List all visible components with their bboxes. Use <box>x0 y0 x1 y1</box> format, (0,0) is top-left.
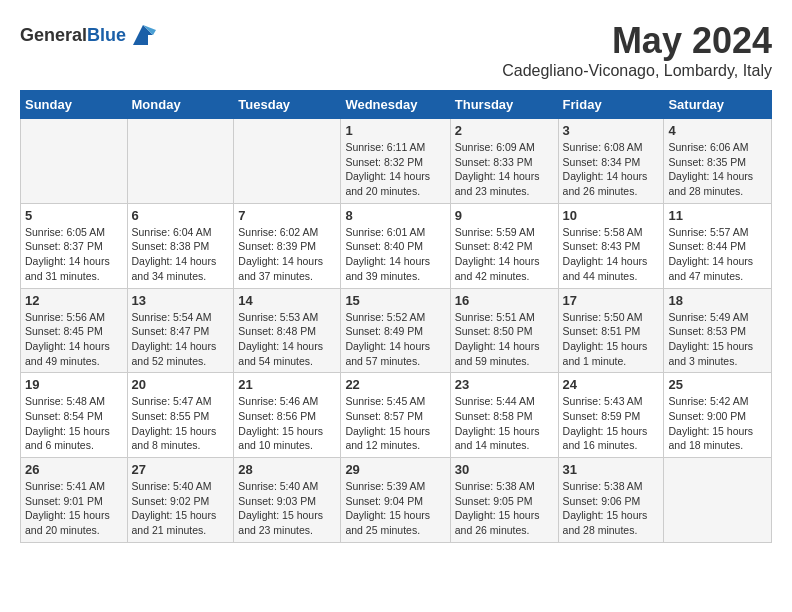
weekday-header-monday: Monday <box>127 91 234 119</box>
calendar-week-row: 5Sunrise: 6:05 AMSunset: 8:37 PMDaylight… <box>21 203 772 288</box>
day-info: Sunrise: 6:11 AMSunset: 8:32 PMDaylight:… <box>345 140 445 199</box>
day-number: 6 <box>132 208 230 223</box>
calendar-cell <box>127 119 234 204</box>
weekday-header-saturday: Saturday <box>664 91 772 119</box>
day-number: 14 <box>238 293 336 308</box>
day-number: 18 <box>668 293 767 308</box>
day-number: 7 <box>238 208 336 223</box>
calendar-cell: 30Sunrise: 5:38 AMSunset: 9:05 PMDayligh… <box>450 458 558 543</box>
calendar-cell <box>664 458 772 543</box>
day-number: 29 <box>345 462 445 477</box>
day-info: Sunrise: 5:50 AMSunset: 8:51 PMDaylight:… <box>563 310 660 369</box>
calendar-cell: 5Sunrise: 6:05 AMSunset: 8:37 PMDaylight… <box>21 203 128 288</box>
calendar-cell: 31Sunrise: 5:38 AMSunset: 9:06 PMDayligh… <box>558 458 664 543</box>
logo-icon <box>128 20 158 50</box>
day-info: Sunrise: 6:08 AMSunset: 8:34 PMDaylight:… <box>563 140 660 199</box>
calendar-cell: 21Sunrise: 5:46 AMSunset: 8:56 PMDayligh… <box>234 373 341 458</box>
day-info: Sunrise: 6:04 AMSunset: 8:38 PMDaylight:… <box>132 225 230 284</box>
calendar-cell: 13Sunrise: 5:54 AMSunset: 8:47 PMDayligh… <box>127 288 234 373</box>
day-number: 20 <box>132 377 230 392</box>
calendar-cell: 2Sunrise: 6:09 AMSunset: 8:33 PMDaylight… <box>450 119 558 204</box>
day-info: Sunrise: 5:40 AMSunset: 9:03 PMDaylight:… <box>238 479 336 538</box>
day-number: 16 <box>455 293 554 308</box>
day-info: Sunrise: 5:48 AMSunset: 8:54 PMDaylight:… <box>25 394 123 453</box>
calendar-cell <box>234 119 341 204</box>
day-number: 2 <box>455 123 554 138</box>
calendar-cell: 15Sunrise: 5:52 AMSunset: 8:49 PMDayligh… <box>341 288 450 373</box>
day-info: Sunrise: 5:38 AMSunset: 9:06 PMDaylight:… <box>563 479 660 538</box>
day-number: 3 <box>563 123 660 138</box>
day-info: Sunrise: 5:41 AMSunset: 9:01 PMDaylight:… <box>25 479 123 538</box>
calendar-cell: 1Sunrise: 6:11 AMSunset: 8:32 PMDaylight… <box>341 119 450 204</box>
calendar-cell: 8Sunrise: 6:01 AMSunset: 8:40 PMDaylight… <box>341 203 450 288</box>
day-info: Sunrise: 5:44 AMSunset: 8:58 PMDaylight:… <box>455 394 554 453</box>
day-info: Sunrise: 5:54 AMSunset: 8:47 PMDaylight:… <box>132 310 230 369</box>
page-header: GeneralBlue May 2024 Cadegliano-Viconago… <box>20 20 772 80</box>
day-number: 24 <box>563 377 660 392</box>
day-info: Sunrise: 5:42 AMSunset: 9:00 PMDaylight:… <box>668 394 767 453</box>
title-block: May 2024 Cadegliano-Viconago, Lombardy, … <box>502 20 772 80</box>
calendar-week-row: 26Sunrise: 5:41 AMSunset: 9:01 PMDayligh… <box>21 458 772 543</box>
day-number: 31 <box>563 462 660 477</box>
day-info: Sunrise: 5:46 AMSunset: 8:56 PMDaylight:… <box>238 394 336 453</box>
calendar-table: SundayMondayTuesdayWednesdayThursdayFrid… <box>20 90 772 543</box>
day-number: 1 <box>345 123 445 138</box>
day-number: 4 <box>668 123 767 138</box>
weekday-header-thursday: Thursday <box>450 91 558 119</box>
day-info: Sunrise: 5:40 AMSunset: 9:02 PMDaylight:… <box>132 479 230 538</box>
day-info: Sunrise: 5:52 AMSunset: 8:49 PMDaylight:… <box>345 310 445 369</box>
calendar-cell: 14Sunrise: 5:53 AMSunset: 8:48 PMDayligh… <box>234 288 341 373</box>
day-number: 13 <box>132 293 230 308</box>
day-info: Sunrise: 6:02 AMSunset: 8:39 PMDaylight:… <box>238 225 336 284</box>
weekday-header-sunday: Sunday <box>21 91 128 119</box>
calendar-cell: 17Sunrise: 5:50 AMSunset: 8:51 PMDayligh… <box>558 288 664 373</box>
day-number: 26 <box>25 462 123 477</box>
calendar-cell: 23Sunrise: 5:44 AMSunset: 8:58 PMDayligh… <box>450 373 558 458</box>
month-title: May 2024 <box>502 20 772 62</box>
calendar-cell: 29Sunrise: 5:39 AMSunset: 9:04 PMDayligh… <box>341 458 450 543</box>
day-number: 10 <box>563 208 660 223</box>
day-info: Sunrise: 5:51 AMSunset: 8:50 PMDaylight:… <box>455 310 554 369</box>
day-number: 30 <box>455 462 554 477</box>
day-number: 8 <box>345 208 445 223</box>
calendar-cell: 9Sunrise: 5:59 AMSunset: 8:42 PMDaylight… <box>450 203 558 288</box>
calendar-cell: 7Sunrise: 6:02 AMSunset: 8:39 PMDaylight… <box>234 203 341 288</box>
calendar-cell: 22Sunrise: 5:45 AMSunset: 8:57 PMDayligh… <box>341 373 450 458</box>
location-title: Cadegliano-Viconago, Lombardy, Italy <box>502 62 772 80</box>
weekday-header-wednesday: Wednesday <box>341 91 450 119</box>
day-info: Sunrise: 5:57 AMSunset: 8:44 PMDaylight:… <box>668 225 767 284</box>
day-number: 27 <box>132 462 230 477</box>
day-info: Sunrise: 6:06 AMSunset: 8:35 PMDaylight:… <box>668 140 767 199</box>
day-info: Sunrise: 5:59 AMSunset: 8:42 PMDaylight:… <box>455 225 554 284</box>
calendar-week-row: 1Sunrise: 6:11 AMSunset: 8:32 PMDaylight… <box>21 119 772 204</box>
day-info: Sunrise: 5:47 AMSunset: 8:55 PMDaylight:… <box>132 394 230 453</box>
calendar-week-row: 19Sunrise: 5:48 AMSunset: 8:54 PMDayligh… <box>21 373 772 458</box>
day-number: 5 <box>25 208 123 223</box>
day-info: Sunrise: 5:58 AMSunset: 8:43 PMDaylight:… <box>563 225 660 284</box>
day-info: Sunrise: 6:05 AMSunset: 8:37 PMDaylight:… <box>25 225 123 284</box>
calendar-cell: 20Sunrise: 5:47 AMSunset: 8:55 PMDayligh… <box>127 373 234 458</box>
calendar-cell: 18Sunrise: 5:49 AMSunset: 8:53 PMDayligh… <box>664 288 772 373</box>
weekday-header-tuesday: Tuesday <box>234 91 341 119</box>
calendar-cell: 27Sunrise: 5:40 AMSunset: 9:02 PMDayligh… <box>127 458 234 543</box>
calendar-cell: 28Sunrise: 5:40 AMSunset: 9:03 PMDayligh… <box>234 458 341 543</box>
day-number: 12 <box>25 293 123 308</box>
logo-blue-text: Blue <box>87 25 126 45</box>
day-info: Sunrise: 6:09 AMSunset: 8:33 PMDaylight:… <box>455 140 554 199</box>
calendar-cell: 25Sunrise: 5:42 AMSunset: 9:00 PMDayligh… <box>664 373 772 458</box>
day-info: Sunrise: 5:39 AMSunset: 9:04 PMDaylight:… <box>345 479 445 538</box>
calendar-cell: 16Sunrise: 5:51 AMSunset: 8:50 PMDayligh… <box>450 288 558 373</box>
day-number: 19 <box>25 377 123 392</box>
logo: GeneralBlue <box>20 20 158 50</box>
day-number: 9 <box>455 208 554 223</box>
calendar-cell: 24Sunrise: 5:43 AMSunset: 8:59 PMDayligh… <box>558 373 664 458</box>
weekday-header-row: SundayMondayTuesdayWednesdayThursdayFrid… <box>21 91 772 119</box>
day-info: Sunrise: 5:38 AMSunset: 9:05 PMDaylight:… <box>455 479 554 538</box>
day-number: 23 <box>455 377 554 392</box>
day-number: 17 <box>563 293 660 308</box>
calendar-cell: 3Sunrise: 6:08 AMSunset: 8:34 PMDaylight… <box>558 119 664 204</box>
calendar-cell: 4Sunrise: 6:06 AMSunset: 8:35 PMDaylight… <box>664 119 772 204</box>
calendar-cell: 11Sunrise: 5:57 AMSunset: 8:44 PMDayligh… <box>664 203 772 288</box>
calendar-cell: 19Sunrise: 5:48 AMSunset: 8:54 PMDayligh… <box>21 373 128 458</box>
calendar-cell: 10Sunrise: 5:58 AMSunset: 8:43 PMDayligh… <box>558 203 664 288</box>
